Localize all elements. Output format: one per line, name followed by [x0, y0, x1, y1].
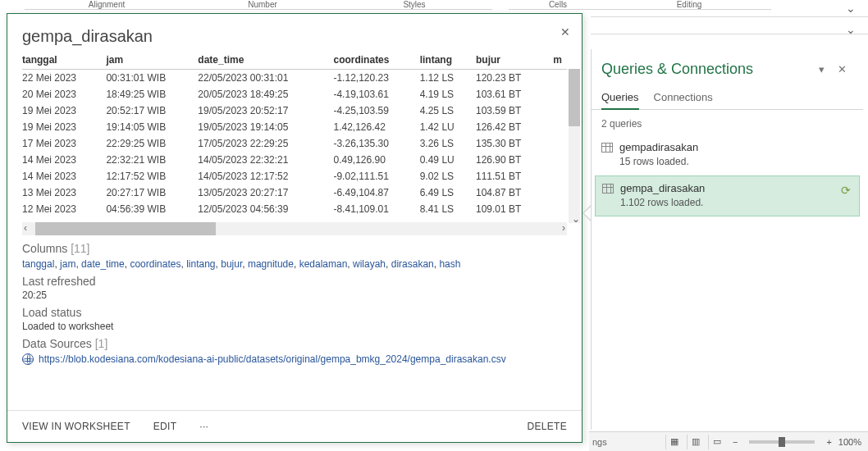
cell-tanggal: 13 Mei 2023 [22, 184, 106, 201]
cell-lintang: 3.26 LS [420, 135, 476, 152]
col-bujur[interactable]: bujur [476, 51, 547, 70]
cell-tanggal: 20 Mei 2023 [22, 86, 106, 102]
status-left-text: ngs [592, 437, 607, 447]
data-sources-section: Data Sources [1] https://blob.kodesiana.… [7, 334, 582, 367]
cell-bujur: 135.30 BT [476, 135, 547, 152]
vertical-scrollbar-thumb[interactable] [569, 69, 580, 126]
table-row[interactable]: 13 Mei 202320:27:17 WIB13/05/2023 20:27:… [22, 184, 567, 201]
table-header-row: tanggal jam date_time coordinates lintan… [22, 51, 567, 70]
cell-jam: 18:49:25 WIB [106, 86, 198, 102]
cell-date_time: 17/05/2023 22:29:25 [198, 135, 333, 152]
tab-connections[interactable]: Connections [654, 86, 713, 109]
zoom-out-icon[interactable]: − [729, 437, 741, 447]
zoom-level[interactable]: 100% [838, 437, 861, 447]
view-in-worksheet-button[interactable]: VIEW IN WORKSHEET [22, 421, 130, 432]
table-row[interactable]: 19 Mei 202320:52:17 WIB19/05/2023 20:52:… [22, 102, 567, 119]
table-row[interactable]: 17 Mei 202322:29:25 WIB17/05/2023 22:29:… [22, 135, 567, 152]
zoom-slider[interactable] [749, 440, 815, 444]
column-link[interactable]: jam [60, 258, 75, 270]
cell-tanggal: 12 Mei 2023 [22, 201, 106, 217]
formula-bar-expand-chevron-icon[interactable]: ⌄ [846, 23, 856, 36]
column-link[interactable]: magnitude [248, 258, 294, 270]
cell-bujur: 126.42 BT [476, 119, 547, 135]
cell-jam: 20:27:17 WIB [106, 184, 198, 201]
query-item-selected[interactable]: gempa_dirasakan 1.102 rows loaded. ⟳ [595, 175, 860, 216]
ribbon-group-editing: Editing [607, 0, 771, 10]
ribbon-collapse-chevron-icon[interactable]: ⌄ [846, 2, 856, 15]
tab-queries[interactable]: Queries [601, 86, 639, 110]
qc-title: Queries & Connections [601, 61, 812, 78]
column-link[interactable]: dirasakan [391, 258, 434, 270]
cell-coordinates: -3.26,135.30 [333, 135, 419, 152]
column-link[interactable]: hash [439, 258, 460, 270]
columns-list: tanggal, jam, date_time, coordinates, li… [22, 255, 567, 270]
more-button[interactable]: ··· [199, 421, 208, 432]
column-link[interactable]: tanggal [22, 258, 54, 270]
cell-date_time: 19/05/2023 19:14:05 [198, 119, 333, 135]
edit-button[interactable]: EDIT [153, 421, 177, 432]
delete-button[interactable]: DELETE [528, 421, 567, 432]
column-link[interactable]: bujur [221, 258, 242, 270]
table-row[interactable]: 14 Mei 202322:32:21 WIB14/05/2023 22:32:… [22, 152, 567, 168]
column-link[interactable]: kedalaman [299, 258, 348, 270]
separator: , [347, 258, 353, 270]
cell-magnitude-cut [547, 119, 567, 135]
col-coordinates[interactable]: coordinates [333, 51, 419, 70]
cell-lintang: 8.41 LS [420, 201, 476, 217]
cell-magnitude-cut [547, 135, 567, 152]
page-layout-view-icon[interactable]: ▥ [687, 435, 705, 449]
table-row[interactable]: 20 Mei 202318:49:25 WIB20/05/2023 18:49:… [22, 86, 567, 102]
table-row[interactable]: 12 Mei 202304:56:39 WIB12/05/2023 04:56:… [22, 201, 567, 217]
close-icon[interactable]: ✕ [557, 22, 573, 42]
cell-jam: 19:14:05 WIB [106, 119, 198, 135]
status-bar: ngs ▦ ▥ ▭ − + 100% [589, 431, 868, 451]
vertical-scrollbar[interactable]: ⌄ [569, 69, 580, 223]
page-break-view-icon[interactable]: ▭ [708, 435, 726, 449]
close-pane-icon[interactable]: ✕ [831, 63, 853, 75]
scroll-down-icon[interactable]: ⌄ [572, 213, 580, 225]
col-date-time[interactable]: date_time [198, 51, 333, 70]
table-row[interactable]: 22 Mei 202300:31:01 WIB22/05/2023 00:31:… [22, 70, 567, 87]
cell-bujur: 126.90 BT [476, 152, 547, 168]
cell-tanggal: 17 Mei 2023 [22, 135, 106, 152]
cell-bujur: 104.87 BT [476, 184, 547, 201]
cell-coordinates: -1.12,120.23 [333, 70, 419, 87]
ribbon-group-alignment: Alignment [25, 0, 189, 10]
query-name: gempadirasakan [619, 141, 853, 153]
scroll-right-icon[interactable]: › [562, 222, 565, 234]
cell-tanggal: 14 Mei 2023 [22, 168, 106, 184]
task-pane-options-icon[interactable]: ▾ [812, 63, 831, 75]
column-link[interactable]: date_time [81, 258, 125, 270]
separator: , [242, 258, 248, 270]
col-magnitude-cut[interactable]: m [547, 51, 567, 70]
refresh-icon[interactable]: ⟳ [841, 184, 852, 195]
col-tanggal[interactable]: tanggal [22, 51, 106, 70]
cell-magnitude-cut [547, 184, 567, 201]
cell-jam: 20:52:17 WIB [106, 102, 198, 119]
zoom-slider-thumb[interactable] [779, 437, 785, 447]
formula-bar[interactable] [591, 16, 868, 34]
cell-bujur: 103.59 BT [476, 102, 547, 119]
cell-magnitude-cut [547, 201, 567, 217]
data-source-link[interactable]: https://blob.kodesiana.com/kodesiana-ai-… [39, 353, 506, 365]
globe-icon [22, 353, 34, 365]
column-link[interactable]: lintang [186, 258, 215, 270]
table-row[interactable]: 14 Mei 202312:17:52 WIB14/05/2023 12:17:… [22, 168, 567, 184]
column-link[interactable]: coordinates [130, 258, 180, 270]
query-item[interactable]: gempadirasakan 15 rows loaded. [592, 134, 863, 175]
col-lintang[interactable]: lintang [420, 51, 476, 70]
columns-count: [11] [71, 242, 89, 255]
scroll-left-icon[interactable]: ‹ [24, 222, 27, 234]
cell-coordinates: 0.49,126.90 [333, 152, 419, 168]
zoom-in-icon[interactable]: + [823, 437, 834, 447]
col-jam[interactable]: jam [106, 51, 198, 70]
normal-view-icon[interactable]: ▦ [665, 435, 683, 449]
cell-jam: 22:29:25 WIB [106, 135, 198, 152]
horizontal-scrollbar-thumb[interactable] [35, 222, 216, 235]
table-row[interactable]: 19 Mei 202319:14:05 WIB19/05/2023 19:14:… [22, 119, 567, 135]
horizontal-scrollbar[interactable]: ‹ › [22, 222, 567, 235]
cell-date_time: 13/05/2023 20:27:17 [198, 184, 333, 201]
column-link[interactable]: wilayah [353, 258, 386, 270]
cell-coordinates: 1.42,126.42 [333, 119, 419, 135]
cell-date_time: 14/05/2023 22:32:21 [198, 152, 333, 168]
